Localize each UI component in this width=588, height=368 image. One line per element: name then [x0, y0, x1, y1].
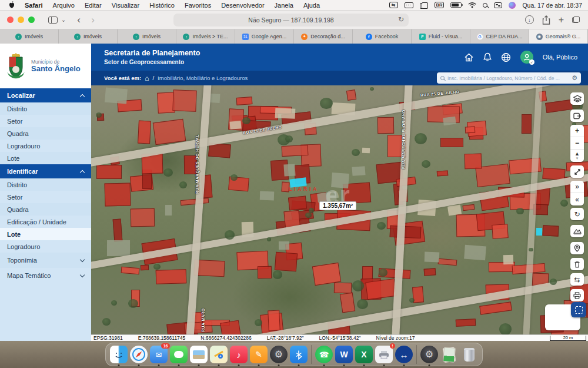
menu-historico[interactable]: Histórico: [149, 2, 175, 9]
menu-desenvolvedor[interactable]: Desenvolvedor: [221, 2, 264, 9]
tab-overview-button[interactable]: [572, 16, 580, 23]
tab-google-agenda[interactable]: 31Google Agen...: [235, 29, 294, 44]
home-icon[interactable]: [464, 53, 474, 62]
markup-pencil-icon[interactable]: ✎: [250, 346, 268, 363]
forward-button[interactable]: ›: [86, 14, 100, 26]
map-canvas[interactable]: RUA 25 DE JULHO RUA 25 DE JULHO RUA MARQ…: [91, 85, 588, 334]
menu-janela[interactable]: Janela: [275, 2, 293, 9]
tab-imoveis-1[interactable]: ↑Imóveis: [0, 29, 59, 44]
search-input[interactable]: [447, 75, 569, 81]
layers-button[interactable]: [570, 92, 584, 105]
swap-layers-button[interactable]: ⇆: [570, 273, 584, 286]
tab-decoracao[interactable]: ✦Decoração d...: [294, 29, 353, 44]
sidebar-toggle-button[interactable]: [46, 14, 60, 26]
sidebar-item-setor-2[interactable]: Setor: [0, 191, 91, 203]
gear-icon[interactable]: ⚙: [572, 74, 577, 82]
photos-icon[interactable]: [190, 346, 208, 363]
export-view-button[interactable]: [570, 110, 584, 122]
tab-fluid[interactable]: FFluid - Visua...: [412, 29, 470, 44]
menubar-clock[interactable]: Qua. 17 de abr. 18:37: [522, 2, 582, 9]
selection-measure-tool-active[interactable]: [571, 302, 586, 317]
sidebar-item-quadra[interactable]: Quadra: [0, 127, 91, 140]
whatsapp-icon[interactable]: ☎: [315, 346, 333, 363]
sidebar-item-setor[interactable]: Setor: [0, 115, 91, 127]
back-button[interactable]: ‹: [72, 14, 86, 26]
system-settings-icon[interactable]: ⚙: [270, 346, 288, 363]
address-bar[interactable]: Não Seguro — 187.109.19.198 ↻: [173, 14, 409, 26]
minimize-window-button[interactable]: [18, 16, 24, 23]
excel-icon[interactable]: X: [355, 346, 373, 363]
clear-trash-button[interactable]: [570, 258, 584, 270]
downloads-button[interactable]: ↓: [525, 15, 534, 24]
refresh-map-button[interactable]: ↻: [570, 208, 584, 220]
full-extent-button[interactable]: [570, 165, 584, 178]
menu-ajuda[interactable]: Ajuda: [303, 2, 320, 9]
sidebar-item-toponimia[interactable]: Toponímia: [0, 253, 91, 268]
reload-icon[interactable]: ↻: [398, 15, 404, 24]
location-pin-button[interactable]: [570, 242, 584, 254]
sidebar-chevron-icon[interactable]: ⌄: [60, 14, 67, 26]
music-icon[interactable]: ♪: [230, 346, 248, 363]
print-button[interactable]: [570, 289, 584, 301]
sidebar-item-mapa-tematico[interactable]: Mapa Temático: [0, 268, 91, 283]
settings-gear-icon[interactable]: ⚙: [420, 346, 438, 363]
next-view-button[interactable]: »: [570, 181, 584, 193]
maps-icon[interactable]: [210, 346, 228, 363]
section-identificar[interactable]: Identificar: [0, 164, 91, 178]
search-box[interactable]: ⚙: [437, 72, 581, 84]
sidebar-item-logradouro[interactable]: Logradouro: [0, 140, 91, 152]
teamviewer-icon[interactable]: ↔: [395, 346, 413, 363]
tab-imoveis-te[interactable]: ↑Imóveis > TE...: [176, 29, 235, 44]
menu-safari[interactable]: Safari: [25, 2, 43, 9]
tab-geomais-active[interactable]: ◉Geomais® G...: [529, 29, 588, 44]
globe-icon[interactable]: [501, 52, 511, 62]
sidebar-item-quadra-2[interactable]: Quadra: [0, 203, 91, 216]
battery-icon[interactable]: [450, 2, 462, 8]
bluetooth-icon[interactable]: [290, 346, 308, 363]
sidebar-item-logradouro-2[interactable]: Logradouro: [0, 240, 91, 253]
spotlight-icon[interactable]: [483, 3, 487, 8]
trash-icon[interactable]: [460, 346, 478, 363]
tab-cep[interactable]: GCEP DA RUA...: [470, 29, 529, 44]
menu-arquivo[interactable]: Arquivo: [53, 2, 75, 9]
home-icon[interactable]: ⌂: [145, 74, 149, 82]
breadcrumb-path[interactable]: Imobiliário, Mobiliário e Logradouros: [158, 75, 248, 81]
zoom-window-button[interactable]: [28, 16, 35, 23]
zoom-in-button[interactable]: +: [570, 125, 584, 137]
universal-control-icon[interactable]: ⇆: [389, 2, 398, 8]
close-window-button[interactable]: [7, 16, 14, 23]
safari-icon[interactable]: [130, 346, 148, 363]
menu-editar[interactable]: Editar: [85, 2, 102, 9]
downloads-stack-icon[interactable]: [440, 346, 458, 363]
siri-icon[interactable]: [509, 2, 516, 9]
share-button[interactable]: [542, 15, 550, 25]
user-avatar[interactable]: ✓: [520, 51, 533, 64]
finder-icon[interactable]: [110, 346, 128, 363]
input-source-badge[interactable]: BR: [435, 2, 445, 8]
sidebar-item-distrito-2[interactable]: Distrito: [0, 178, 91, 191]
sidebar-item-edificacao[interactable]: Edificação / Unidade: [0, 216, 91, 228]
printer-utility-icon[interactable]: !: [375, 346, 393, 363]
sidebar-item-distrito[interactable]: Distrito: [0, 102, 91, 115]
sidebar-item-lote[interactable]: Lote: [0, 152, 91, 164]
tab-facebook[interactable]: fFacebook: [353, 29, 412, 44]
zoom-out-button[interactable]: −: [570, 137, 584, 150]
mail-icon[interactable]: ✉16: [150, 346, 168, 363]
section-localizar[interactable]: Localizar: [0, 88, 91, 102]
stage-manager-icon[interactable]: [420, 2, 428, 8]
keyboard-icon[interactable]: [405, 2, 413, 8]
menu-visualizar[interactable]: Visualizar: [112, 2, 140, 9]
sidebar-item-lote-2[interactable]: Lote: [0, 228, 91, 240]
wifi-icon[interactable]: [468, 2, 476, 8]
messages-icon[interactable]: [170, 346, 188, 363]
terrain-button[interactable]: [570, 225, 584, 237]
new-tab-button[interactable]: +: [559, 15, 564, 25]
previous-view-button[interactable]: «: [570, 193, 584, 205]
control-center-icon[interactable]: [494, 2, 502, 8]
word-icon[interactable]: W: [335, 346, 353, 363]
bell-icon[interactable]: [483, 52, 492, 62]
compass-north-button[interactable]: ▲▼: [570, 150, 584, 162]
tab-imoveis-2[interactable]: ↑Imóveis: [59, 29, 118, 44]
menu-favoritos[interactable]: Favoritos: [185, 2, 211, 9]
apple-logo-icon[interactable]: [8, 1, 15, 9]
